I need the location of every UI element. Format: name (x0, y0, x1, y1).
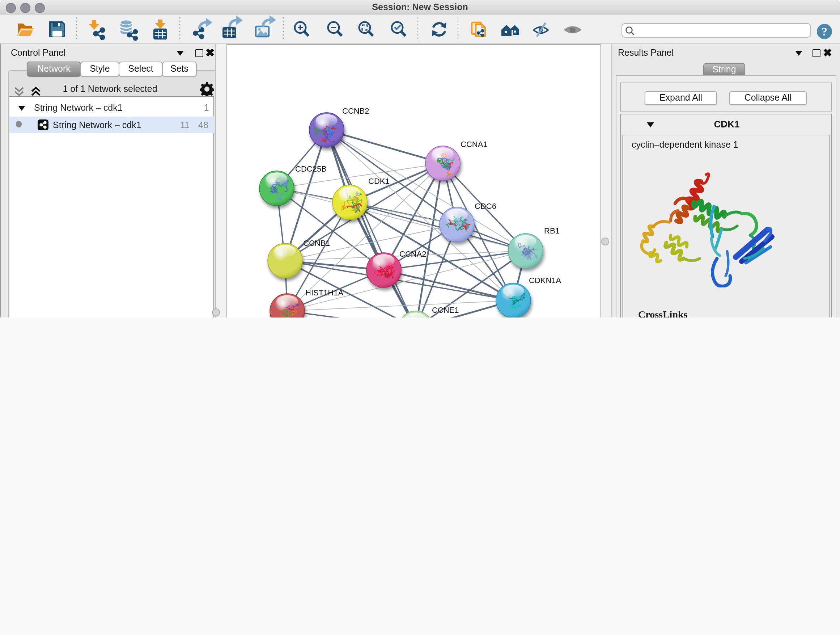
svg-text:HIST1H1A: HIST1H1A (305, 288, 343, 297)
svg-text:CDKN1A: CDKN1A (529, 276, 561, 285)
svg-text:CCNB2: CCNB2 (342, 106, 369, 116)
svg-text:CCNA1: CCNA1 (461, 140, 488, 149)
svg-text:CDK1: CDK1 (368, 177, 390, 186)
svg-text:CCNB1: CCNB1 (303, 239, 330, 248)
svg-text:CCNE1: CCNE1 (432, 306, 459, 315)
svg-text:CDC6: CDC6 (475, 202, 496, 211)
svg-text:CCNA2: CCNA2 (399, 249, 426, 258)
svg-text:RB1: RB1 (544, 226, 560, 235)
svg-text:CDC25B: CDC25B (295, 165, 327, 173)
